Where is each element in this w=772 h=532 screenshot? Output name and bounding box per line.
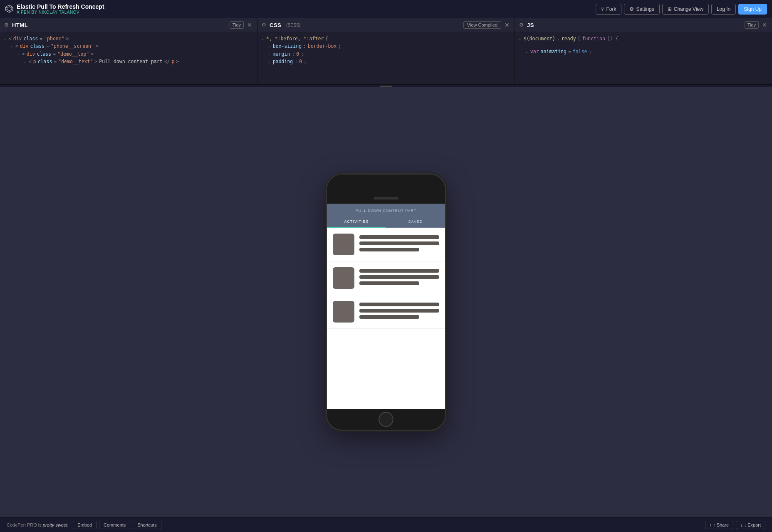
css-lang-sub: (SCSS) <box>286 23 300 27</box>
signup-label: Sign Up <box>744 6 762 12</box>
shortcuts-label: Shortcuts <box>137 522 156 527</box>
signup-button[interactable]: Sign Up <box>738 4 767 15</box>
pen-author-line: A PEN BY Nikolay Talanov <box>17 10 104 15</box>
list-line-3 <box>359 281 419 285</box>
top-nav: Elastic Pull To Refresh Concept A PEN BY… <box>0 0 772 18</box>
settings-button[interactable]: ⚙ Settings <box>624 4 659 15</box>
drag-dots <box>380 86 392 87</box>
svg-line-5 <box>5 7 7 8</box>
list-item-thumbnail <box>333 234 354 255</box>
editor-area: ⚙ HTML Tidy ✕ ▸<div class="phone"> ▸<div… <box>0 18 772 85</box>
js-editor-header: ⚙ JS Tidy ✕ <box>515 18 772 32</box>
phone-tab-saved[interactable]: SAVED <box>386 216 445 227</box>
html-lang-label: HTML <box>12 22 28 28</box>
view-compiled-button[interactable]: View Compiled <box>463 21 501 29</box>
change-view-label: Change View <box>674 6 703 12</box>
share-label: ↑ Share <box>713 522 729 527</box>
code-dot: ▸ <box>268 60 270 65</box>
code-dot: ▸ <box>526 50 528 55</box>
list-line-2 <box>359 309 439 313</box>
list-item <box>327 261 445 295</box>
author-name: Nikolay Talanov <box>39 10 79 15</box>
embed-button[interactable]: Embed <box>73 521 96 529</box>
code-dot: ▸ <box>268 44 270 50</box>
shortcuts-button[interactable]: Shortcuts <box>133 521 161 529</box>
phone-tab-activities[interactable]: ACTIVITIES <box>327 216 386 227</box>
promo-text: CodePen PRO is pretty sweet. <box>7 522 69 527</box>
list-item-lines <box>359 267 439 285</box>
preview-area: PULL DOWN CONTENT PART ACTIVITIES SAVED <box>0 87 772 517</box>
code-dot: ▸ <box>262 37 264 42</box>
fork-button[interactable]: ⑂ Fork <box>596 4 621 15</box>
nav-buttons: ⑂ Fork ⚙ Settings ⊞ Change View Log In S… <box>596 4 767 15</box>
phone-speaker <box>374 197 398 200</box>
view-icon: ⊞ <box>668 6 672 12</box>
js-lang-label: JS <box>527 22 534 28</box>
comments-button[interactable]: Comments <box>99 521 130 529</box>
phone-bottom-bar <box>327 409 445 430</box>
codepen-logo-icon <box>5 5 13 13</box>
share-button[interactable]: ↑ ↑ Share <box>705 521 733 529</box>
code-dot: ▸ <box>4 37 6 42</box>
svg-marker-1 <box>7 7 11 11</box>
html-editor-body[interactable]: ▸<div class="phone"> ▸<div class="phone_… <box>0 32 257 84</box>
phone-mockup: PULL DOWN CONTENT PART ACTIVITIES SAVED <box>326 173 446 431</box>
html-tidy-button[interactable]: Tidy <box>230 21 244 29</box>
list-line-2 <box>359 275 439 279</box>
phone-top-content: PULL DOWN CONTENT PART ACTIVITIES SAVED <box>327 204 445 228</box>
list-item-lines <box>359 301 439 319</box>
code-dot: ▸ <box>24 60 26 65</box>
login-label: Log In <box>717 6 730 12</box>
code-dot: ▸ <box>11 44 13 50</box>
fork-label: Fork <box>606 6 616 12</box>
list-line-1 <box>359 269 439 273</box>
code-dot: ▸ <box>519 37 521 42</box>
phone-pull-text: PULL DOWN CONTENT PART <box>327 209 445 213</box>
list-line-2 <box>359 241 439 245</box>
export-button[interactable]: ↓ ↓ Export <box>736 521 765 529</box>
list-item <box>327 228 445 261</box>
fork-icon: ⑂ <box>601 6 604 12</box>
html-editor-header: ⚙ HTML Tidy ✕ <box>0 18 257 32</box>
css-close-icon[interactable]: ✕ <box>504 22 510 28</box>
bottom-right: ↑ ↑ Share ↓ ↓ Export <box>705 521 765 529</box>
list-item-lines <box>359 234 439 251</box>
list-item-thumbnail <box>333 267 354 289</box>
bottom-left: CodePen PRO is pretty sweet. Embed Comme… <box>7 521 705 529</box>
phone-screen: PULL DOWN CONTENT PART ACTIVITIES SAVED <box>327 204 445 409</box>
phone-tabs: ACTIVITIES SAVED <box>327 216 445 228</box>
list-line-3 <box>359 315 419 319</box>
svg-line-4 <box>11 7 13 8</box>
js-editor-body[interactable]: ▸$(document).ready(function() { ▸ ▸var a… <box>515 32 772 84</box>
nav-logo: Elastic Pull To Refresh Concept A PEN BY… <box>5 3 591 15</box>
html-editor-panel: ⚙ HTML Tidy ✕ ▸<div class="phone"> ▸<div… <box>0 18 257 84</box>
css-gear-icon[interactable]: ⚙ <box>262 22 266 28</box>
code-dot: ▸ <box>268 52 270 58</box>
change-view-button[interactable]: ⊞ Change View <box>662 4 709 15</box>
css-header-right: View Compiled ✕ <box>463 21 510 29</box>
css-editor-body[interactable]: ▸*, *:before, *:after { ▸box-sizing: bor… <box>257 32 515 84</box>
embed-label: Embed <box>77 522 92 527</box>
js-close-icon[interactable]: ✕ <box>761 22 768 28</box>
export-label: ↓ Export <box>744 522 761 527</box>
js-tidy-button[interactable]: Tidy <box>745 21 759 29</box>
html-header-right: Tidy ✕ <box>230 21 253 29</box>
bottom-bar: CodePen PRO is pretty sweet. Embed Comme… <box>0 517 772 532</box>
svg-line-6 <box>11 10 13 10</box>
list-line-1 <box>359 235 439 239</box>
login-button[interactable]: Log In <box>711 4 736 15</box>
phone-list[interactable] <box>327 228 445 409</box>
js-header-right: Tidy ✕ <box>745 21 768 29</box>
js-gear-icon[interactable]: ⚙ <box>519 22 524 28</box>
pen-title: Elastic Pull To Refresh Concept <box>17 3 104 10</box>
html-close-icon[interactable]: ✕ <box>246 22 253 28</box>
css-lang-label: CSS <box>270 22 281 28</box>
nav-title-block: Elastic Pull To Refresh Concept A PEN BY… <box>17 3 104 15</box>
list-item <box>327 295 445 329</box>
export-icon: ↓ <box>740 522 743 527</box>
list-line-1 <box>359 303 439 306</box>
html-gear-icon[interactable]: ⚙ <box>4 22 9 28</box>
code-dot: ▸ <box>17 52 20 58</box>
css-editor-header: ⚙ CSS (SCSS) View Compiled ✕ <box>257 18 515 32</box>
js-editor-panel: ⚙ JS Tidy ✕ ▸$(document).ready(function(… <box>515 18 772 84</box>
